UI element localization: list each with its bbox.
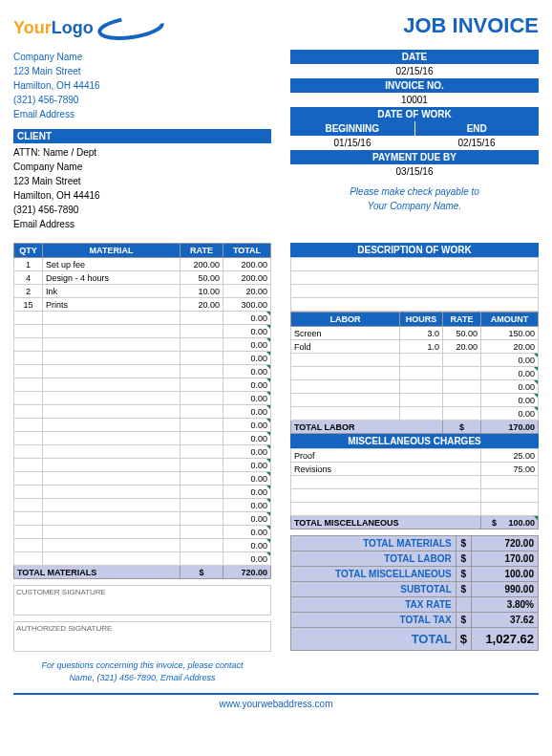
dow-subheader: BEGINNING END (290, 121, 539, 136)
sum-tax: 37.62 (472, 613, 539, 628)
table-row (291, 476, 539, 489)
desc-table (290, 257, 539, 312)
sum-mat-label: TOTAL MATERIALS (291, 536, 456, 551)
sum-total: 1,027.62 (472, 628, 539, 651)
header: YourLogo JOB INVOICE (13, 13, 539, 42)
summary-table: TOTAL MATERIALS$720.00 TOTAL LABOR$170.0… (290, 535, 539, 651)
table-row: 0.00 (14, 499, 271, 512)
th-qty: QTY (14, 244, 43, 258)
due-header: PAYMENT DUE BY (290, 150, 539, 164)
contact-line2: Name, (321) 456-7890, Email Address (13, 672, 271, 684)
sum-lab-label: TOTAL LABOR (291, 551, 456, 567)
table-row: 0.00 (14, 472, 271, 486)
company-name: Company Name (13, 50, 271, 64)
table-row: 0.00 (14, 392, 271, 405)
labor-total-row: TOTAL LABOR$170.00 (291, 421, 539, 434)
materials-table: QTY MATERIAL RATE TOTAL 1Set up fee200.0… (13, 243, 271, 579)
client-header: CLIENT (13, 129, 271, 143)
svg-point-0 (98, 14, 163, 42)
table-row: 0.00 (14, 445, 271, 459)
th-labor: LABOR (291, 313, 400, 327)
client-name: Company Name (13, 160, 271, 174)
sum-misc: 100.00 (472, 567, 539, 582)
client-attn: ATTN: Name / Dept (13, 145, 271, 160)
th-total: TOTAL (223, 244, 271, 258)
contact-block: For questions concerning this invoice, p… (13, 659, 271, 683)
client-email: Email Address (13, 217, 271, 231)
company-phone: (321) 456-7890 (13, 93, 271, 107)
table-row: Revisions75.00 (291, 463, 539, 476)
misc-header: MISCELLANEOUS CHARGES (290, 434, 539, 448)
th-material: MATERIAL (43, 244, 180, 258)
sum-misc-label: TOTAL MISCELLANEOUS (291, 567, 456, 582)
misc-table: Proof25.00 Revisions75.00 TOTAL MISCELLA… (290, 448, 539, 529)
dow-header: DATE OF WORK (290, 107, 539, 121)
table-row: 0.00 (14, 432, 271, 445)
company-street: 123 Main Street (13, 64, 271, 78)
table-row (291, 258, 539, 271)
table-row: 0.00 (14, 338, 271, 352)
swoosh-icon (97, 13, 183, 42)
table-row (291, 271, 539, 285)
table-row: Fold1.020.0020.00 (291, 340, 539, 354)
table-row: 0.00 (14, 325, 271, 338)
table-row: 0.00 (291, 394, 539, 407)
table-row: 0.00 (14, 486, 271, 499)
logo: YourLogo (13, 13, 183, 42)
sum-mat: 720.00 (472, 536, 539, 551)
dow-values: 01/15/16 02/15/16 (290, 136, 539, 150)
table-row: 0.00 (14, 512, 271, 526)
page-title: JOB INVOICE (403, 13, 539, 38)
company-city: Hamilton, OH 44416 (13, 78, 271, 93)
client-block: ATTN: Name / Dept Company Name 123 Main … (13, 143, 271, 233)
table-row: 4Design - 4 hours50.00200.00 (14, 271, 271, 285)
table-row: 1Set up fee200.00200.00 (14, 258, 271, 271)
table-row: Screen3.050.00150.00 (291, 327, 539, 340)
beginning-value: 01/15/16 (290, 136, 414, 150)
sum-lab: 170.00 (472, 551, 539, 567)
table-row: 0.00 (14, 352, 271, 365)
table-row: 0.00 (14, 378, 271, 392)
customer-signature: CUSTOMER SIGNATURE (13, 585, 271, 616)
company-block: Company Name 123 Main Street Hamilton, O… (13, 50, 271, 121)
sum-sub-label: SUBTOTAL (291, 582, 456, 597)
table-row (291, 298, 539, 312)
desc-header: DESCRIPTION OF WORK (290, 243, 539, 257)
table-row (291, 503, 539, 516)
th-hours: HOURS (400, 313, 443, 327)
client-street: 123 Main Street (13, 174, 271, 188)
date-header: DATE (290, 50, 539, 64)
table-row (291, 285, 539, 298)
th-rate: RATE (180, 244, 223, 258)
table-row: 0.00 (291, 407, 539, 421)
client-phone: (321) 456-7890 (13, 203, 271, 217)
materials-total-row: TOTAL MATERIALS$720.00 (14, 566, 271, 579)
table-row: 0.00 (14, 365, 271, 378)
table-row: 0.00 (14, 459, 271, 472)
table-row: 15Prints20.00300.00 (14, 298, 271, 312)
date-value: 02/15/16 (290, 64, 539, 78)
invno-header: INVOICE NO. (290, 78, 539, 93)
table-row: 0.00 (291, 354, 539, 367)
sum-tax-label: TOTAL TAX (291, 613, 456, 628)
sum-sub: 990.00 (472, 582, 539, 597)
due-value: 03/15/16 (290, 164, 539, 179)
payable-note2: Your Company Name. (290, 199, 539, 213)
table-row: 0.00 (14, 419, 271, 432)
logo-logo: Logo (52, 18, 94, 37)
footer-url: www.yourwebaddress.com (13, 693, 539, 709)
payable-note1: Please make check payable to (290, 184, 539, 199)
authorized-signature: AUTHORIZED SIGNATURE (13, 621, 271, 652)
misc-total-row: TOTAL MISCELLANEOUS$ 100.00 (291, 516, 539, 529)
labor-table: LABOR HOURS RATE AMOUNT Screen3.050.0015… (290, 312, 539, 434)
th-lrate: RATE (443, 313, 481, 327)
table-row: Proof25.00 (291, 449, 539, 463)
table-row: 0.00 (291, 367, 539, 380)
logo-your: Your (13, 18, 52, 37)
table-row: 0.00 (14, 539, 271, 552)
sum-total-label: TOTAL (291, 628, 456, 651)
table-row (291, 489, 539, 503)
company-email: Email Address (13, 107, 271, 121)
table-row: 2Ink10.0020.00 (14, 285, 271, 298)
contact-line1: For questions concerning this invoice, p… (13, 659, 271, 672)
